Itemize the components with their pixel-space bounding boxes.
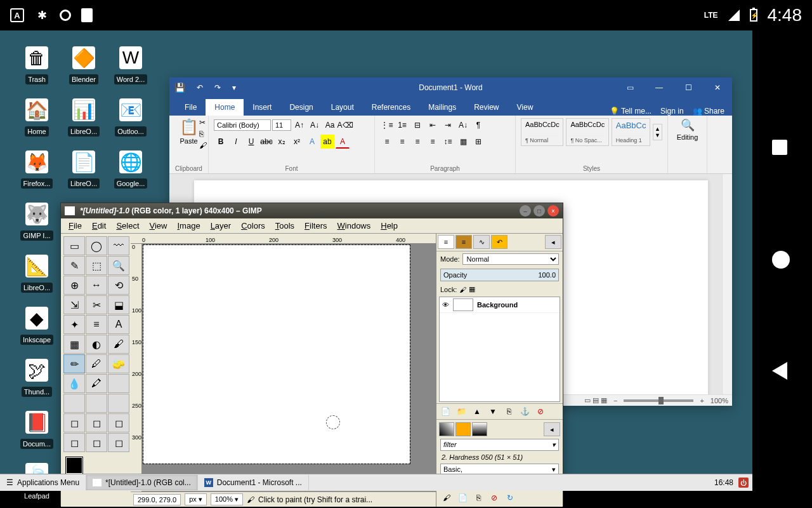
- layer-name[interactable]: Background: [477, 301, 518, 309]
- find-icon[interactable]: 🔍: [681, 118, 695, 132]
- menu-windows[interactable]: Windows: [332, 221, 376, 231]
- menu-file[interactable]: File: [63, 221, 87, 231]
- menu-image[interactable]: Image: [172, 221, 205, 231]
- lock-alpha-icon[interactable]: ▦: [469, 285, 475, 293]
- tool-bucket[interactable]: ▦: [63, 335, 85, 354]
- delete-layer-icon[interactable]: ⊘: [534, 406, 547, 417]
- minimize-icon[interactable]: —: [645, 77, 674, 98]
- foreground-color[interactable]: [66, 457, 82, 474]
- taskbar-entry-word[interactable]: W Document1 - Microsoft ...: [198, 475, 309, 490]
- font-size-select[interactable]: [272, 119, 291, 131]
- menu-tools[interactable]: Tools: [270, 221, 299, 231]
- ribbon-tab-mailings[interactable]: Mailings: [419, 99, 465, 116]
- font-color-icon[interactable]: A: [336, 135, 350, 149]
- zoom-selector[interactable]: 100% ▾: [211, 493, 243, 505]
- brush-panel-menu-icon[interactable]: ◂: [544, 422, 560, 436]
- desktop-icon[interactable]: 🔶Blender: [61, 46, 107, 84]
- power-icon[interactable]: ⏻: [738, 478, 749, 488]
- sort-icon[interactable]: A↓: [456, 118, 470, 132]
- tool-free-select[interactable]: 〰: [108, 236, 129, 255]
- zoom-out-icon[interactable]: −: [613, 397, 617, 404]
- tool-tool[interactable]: ◻: [63, 413, 85, 432]
- bullets-icon[interactable]: ⋮≡: [380, 118, 394, 132]
- format-painter-icon[interactable]: 🖌: [199, 141, 207, 150]
- visibility-icon[interactable]: 👁: [442, 301, 449, 309]
- lower-layer-icon[interactable]: ▼: [486, 406, 500, 417]
- desktop-icon[interactable]: WWord 2...: [108, 46, 154, 84]
- tool-paintbrush[interactable]: ✏: [63, 354, 85, 373]
- tool-heal[interactable]: [108, 374, 129, 393]
- tool-ellipse-select[interactable]: ◯: [86, 236, 107, 255]
- tool-shear[interactable]: ✂: [86, 295, 107, 314]
- back-button[interactable]: [772, 362, 792, 382]
- tool-tool[interactable]: ◻: [63, 433, 85, 452]
- cut-icon[interactable]: ✂: [199, 118, 207, 127]
- borders-icon[interactable]: ⊞: [471, 135, 485, 149]
- maximize-icon[interactable]: ☐: [674, 77, 703, 98]
- italic-button[interactable]: I: [229, 135, 243, 149]
- vertical-scrollbar[interactable]: [722, 174, 732, 394]
- show-marks-icon[interactable]: ¶: [471, 118, 485, 132]
- numbering-icon[interactable]: 1≡: [395, 118, 409, 132]
- desktop-icon[interactable]: 📄LibreO...: [61, 150, 107, 189]
- desktop[interactable]: 🗑Trash🔶BlenderWWord 2...🏠Home📊LibreO...📧…: [0, 30, 752, 491]
- tool-tool[interactable]: ◻: [86, 433, 107, 452]
- desktop-icon[interactable]: 📕Docum...: [14, 411, 60, 449]
- new-layer-icon[interactable]: 📄: [438, 406, 452, 417]
- align-left-icon[interactable]: ≡: [380, 135, 394, 149]
- paths-tab-icon[interactable]: ∿: [473, 235, 490, 249]
- tool-airbrush[interactable]: 🧽: [108, 354, 129, 373]
- redo-icon[interactable]: ↷: [214, 83, 221, 92]
- bold-button[interactable]: B: [214, 135, 228, 149]
- menu-layer[interactable]: Layer: [206, 221, 237, 231]
- tool-blend[interactable]: ◐: [86, 335, 107, 354]
- patterns-tab-icon[interactable]: [455, 422, 471, 436]
- desktop-icon[interactable]: 🏠Home: [14, 98, 60, 137]
- styles-more-icon[interactable]: ▲▼: [653, 124, 662, 140]
- desktop-icon[interactable]: 🗑Trash: [14, 46, 60, 84]
- tool-dodge[interactable]: [108, 394, 129, 413]
- ribbon-tab-design[interactable]: Design: [280, 99, 322, 116]
- recents-button[interactable]: [772, 140, 792, 160]
- superscript-button[interactable]: x²: [290, 135, 304, 149]
- tool-tool[interactable]: ◻: [86, 413, 107, 432]
- desktop-icon[interactable]: 📐LibreO...: [14, 255, 60, 293]
- change-case-icon[interactable]: Aa: [323, 118, 337, 132]
- menu-help[interactable]: Help: [376, 221, 403, 231]
- qa-dropdown-icon[interactable]: ▾: [232, 83, 236, 92]
- tool-flip[interactable]: ✦: [63, 315, 85, 334]
- tool-scale[interactable]: ⇲: [63, 295, 85, 314]
- paste-icon[interactable]: 📋: [180, 118, 199, 136]
- align-right-icon[interactable]: ≡: [410, 135, 424, 149]
- menu-edit[interactable]: Edit: [87, 221, 111, 231]
- tool-zoom[interactable]: 🔍: [108, 256, 129, 275]
- unit-selector[interactable]: px ▾: [185, 493, 207, 505]
- align-center-icon[interactable]: ≡: [395, 135, 409, 149]
- sign-in-link[interactable]: Sign in: [660, 107, 684, 116]
- save-icon[interactable]: 💾: [174, 83, 185, 93]
- tool-move[interactable]: ↔: [86, 276, 107, 295]
- line-spacing-icon[interactable]: ↕≡: [441, 135, 455, 149]
- close-icon[interactable]: ✕: [703, 77, 732, 98]
- tool-text[interactable]: A: [108, 315, 129, 334]
- tool-smudge[interactable]: [86, 394, 107, 413]
- desktop-icon[interactable]: 🦊Firefox...: [14, 150, 60, 189]
- gimp-titlebar[interactable]: *[Untitled]-1.0 (RGB color, 1 layer) 640…: [61, 203, 563, 218]
- edit-brush-icon[interactable]: 🖌: [440, 492, 454, 504]
- zoom-level[interactable]: 100%: [710, 397, 728, 404]
- applications-menu-button[interactable]: ☰ Applications Menu: [0, 475, 86, 490]
- tool-ink[interactable]: 💧: [63, 374, 85, 393]
- clear-format-icon[interactable]: A⌫: [338, 118, 352, 132]
- strike-button[interactable]: abc: [259, 135, 273, 149]
- duplicate-layer-icon[interactable]: ⎘: [502, 406, 516, 417]
- tool-pencil[interactable]: 🖌: [108, 335, 129, 354]
- zoom-slider[interactable]: [624, 399, 693, 402]
- home-button[interactable]: [772, 251, 792, 271]
- close-icon[interactable]: ×: [547, 205, 559, 217]
- tell-me-field[interactable]: 💡 Tell me...: [610, 107, 652, 116]
- tool-rotate[interactable]: ⟲: [108, 276, 129, 295]
- panel-menu-icon[interactable]: ◂: [545, 235, 561, 249]
- desktop-icon[interactable]: 📊LibreO...: [61, 98, 107, 137]
- desktop-icon[interactable]: 🕊Thund...: [14, 359, 60, 397]
- maximize-icon[interactable]: □: [534, 205, 545, 217]
